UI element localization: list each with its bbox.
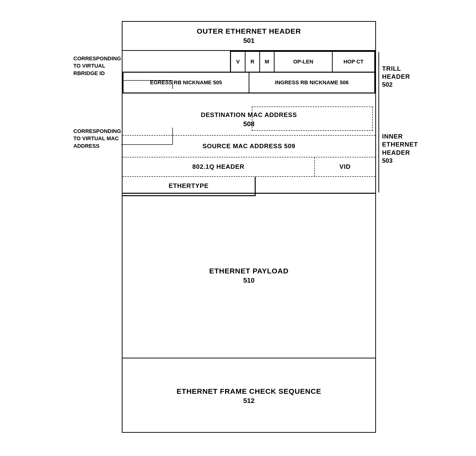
mac-annotation: CORRESPONDINGTO VIRTUAL MACADDRESS	[73, 128, 122, 150]
trill-header-side-label: TRILL HEADER	[382, 65, 431, 81]
payload-section: ETHERNET PAYLOAD 510	[122, 194, 375, 358]
ingress-nickname-cell: INGRESS RB NICKNAME 506	[249, 73, 374, 93]
trill-oplen-label: OP-LEN	[293, 59, 313, 65]
dot1q-section: 802.1Q HEADER VID	[122, 157, 375, 177]
outer-eth-header-section: OUTER ETHERNET HEADER 501	[122, 22, 375, 51]
trill-bracket	[378, 52, 379, 105]
trill-area: V R M OP-LEN HOP CT	[122, 51, 375, 104]
src-mac-label: SOURCE MAC ADDRESS 509	[202, 142, 295, 150]
fcs-section: ETHERNET FRAME CHECK SEQUENCE 512	[122, 358, 375, 433]
diagram-container: OUTER ETHERNET HEADER 501 V R M	[68, 16, 408, 440]
inner-eth-bracket	[378, 103, 379, 192]
trill-v-cell: V	[231, 52, 246, 72]
outer-eth-header-label: OUTER ETHERNET HEADER	[197, 27, 301, 35]
trill-hopct-label: HOP CT	[344, 59, 364, 65]
vid-label: VID	[340, 163, 351, 171]
trill-hopct-cell: HOP CT	[333, 52, 374, 72]
inner-eth-area: DESTINATION MAC ADDRESS 508 SOURCE MAC A…	[122, 104, 375, 194]
trill-top-row: V R M OP-LEN HOP CT	[230, 51, 375, 73]
dot1q-left-cell: 802.1Q HEADER	[122, 157, 315, 176]
payload-label: ETHERNET PAYLOAD	[209, 267, 289, 275]
trill-oplen-cell: OP-LEN	[275, 52, 333, 72]
trill-side-label-box: TRILL HEADER 502	[382, 65, 431, 89]
page: OUTER ETHERNET HEADER 501 V R M	[0, 0, 476, 456]
rbridge-annotation-text: CORRESPONDINGTO VIRTUALRBRIDGE ID	[73, 55, 122, 77]
inner-eth-side-label-box: INNERETHERNETHEADER 503	[382, 132, 438, 164]
inner-eth-header-side-label: INNERETHERNETHEADER	[382, 132, 438, 157]
dot1q-label: 802.1Q HEADER	[192, 163, 244, 171]
src-mac-section: SOURCE MAC ADDRESS 509	[122, 136, 375, 157]
fcs-label: ETHERNET FRAME CHECK SEQUENCE	[177, 387, 321, 396]
outer-eth-header-number: 501	[243, 37, 255, 44]
trill-m-cell: M	[260, 52, 275, 72]
dest-mac-section: DESTINATION MAC ADDRESS 508	[122, 104, 375, 136]
trill-r-label: R	[251, 59, 255, 65]
egress-nickname-cell: EGRESS RB NICKNAME 505	[123, 73, 249, 93]
payload-number: 510	[243, 276, 255, 284]
rbridge-annotation: CORRESPONDINGTO VIRTUALRBRIDGE ID	[73, 55, 122, 77]
ethertype-section: ETHERTYPE	[122, 177, 256, 196]
egress-nickname-label: EGRESS RB NICKNAME 505	[150, 79, 222, 86]
trill-v-label: V	[236, 59, 240, 65]
mac-annotation-text: CORRESPONDINGTO VIRTUAL MACADDRESS	[73, 128, 122, 150]
trill-header-side-number: 502	[382, 81, 392, 88]
ethertype-label: ETHERTYPE	[169, 182, 208, 190]
inner-eth-header-side-number: 503	[382, 157, 392, 164]
trill-m-label: M	[265, 59, 269, 65]
dest-mac-dashed-box	[252, 107, 373, 131]
nickname-row: EGRESS RB NICKNAME 505 INGRESS RB NICKNA…	[122, 72, 375, 94]
trill-r-cell: R	[246, 52, 260, 72]
main-frame-box: OUTER ETHERNET HEADER 501 V R M	[122, 21, 376, 433]
ingress-nickname-label: INGRESS RB NICKNAME 506	[275, 79, 349, 86]
fcs-number: 512	[243, 397, 255, 405]
dot1q-vid-cell: VID	[315, 157, 375, 176]
